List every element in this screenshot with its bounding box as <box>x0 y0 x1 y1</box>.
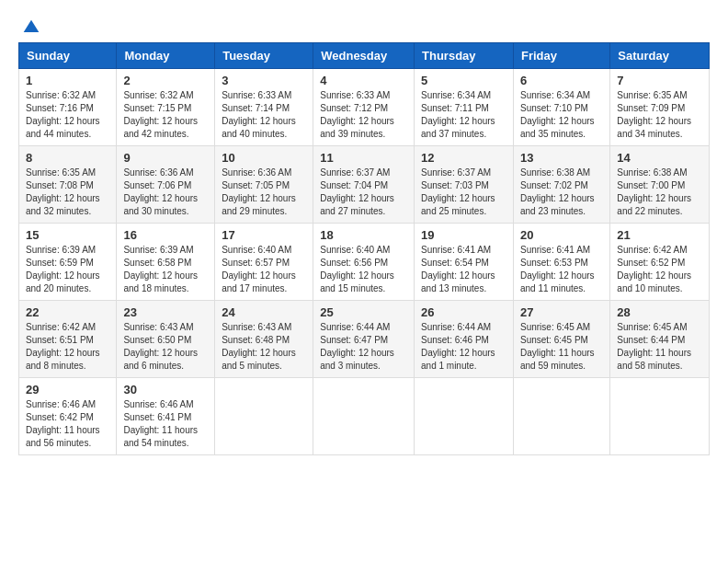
calendar-table: Sunday Monday Tuesday Wednesday Thursday… <box>18 42 710 455</box>
day-info: Sunrise: 6:44 AMSunset: 6:47 PMDaylight:… <box>320 321 407 373</box>
day-info: Sunrise: 6:35 AMSunset: 7:08 PMDaylight:… <box>26 167 109 218</box>
day-number: 29 <box>26 383 109 396</box>
day-info: Sunrise: 6:45 AMSunset: 6:45 PMDaylight:… <box>520 321 603 373</box>
table-row: 21 Sunrise: 6:42 AMSunset: 6:52 PMDaylig… <box>610 224 710 301</box>
day-number: 12 <box>421 151 506 165</box>
day-number: 21 <box>617 228 702 242</box>
table-row: 5 Sunrise: 6:34 AMSunset: 7:11 PMDayligh… <box>415 69 514 146</box>
header-thursday: Thursday <box>415 43 514 69</box>
day-number: 28 <box>617 305 702 319</box>
table-row: 3 Sunrise: 6:33 AMSunset: 7:14 PMDayligh… <box>215 69 313 146</box>
day-number: 19 <box>421 228 506 242</box>
table-row: 23 Sunrise: 6:43 AMSunset: 6:50 PMDaylig… <box>117 301 215 378</box>
table-row: 6 Sunrise: 6:34 AMSunset: 7:10 PMDayligh… <box>513 69 609 146</box>
header-sunday: Sunday <box>19 43 117 69</box>
day-info: Sunrise: 6:33 AMSunset: 7:12 PMDaylight:… <box>320 89 407 141</box>
header-wednesday: Wednesday <box>313 43 415 69</box>
calendar-row: 8 Sunrise: 6:35 AMSunset: 7:08 PMDayligh… <box>19 146 710 224</box>
table-row: 27 Sunrise: 6:45 AMSunset: 6:45 PMDaylig… <box>513 301 609 378</box>
table-row: 30 Sunrise: 6:46 AMSunset: 6:41 PMDaylig… <box>117 378 215 455</box>
table-row: 11 Sunrise: 6:37 AMSunset: 7:04 PMDaylig… <box>313 146 415 224</box>
day-number: 11 <box>320 151 407 165</box>
day-info: Sunrise: 6:34 AMSunset: 7:10 PMDaylight:… <box>520 89 603 141</box>
day-number: 13 <box>520 151 603 165</box>
day-info: Sunrise: 6:39 AMSunset: 6:59 PMDaylight:… <box>26 244 109 295</box>
day-number: 1 <box>26 74 109 87</box>
table-row: 22 Sunrise: 6:42 AMSunset: 6:51 PMDaylig… <box>19 301 117 378</box>
table-row: 14 Sunrise: 6:38 AMSunset: 7:00 PMDaylig… <box>610 146 710 224</box>
day-number: 26 <box>421 305 506 319</box>
day-info: Sunrise: 6:41 AMSunset: 6:54 PMDaylight:… <box>421 244 506 295</box>
header-monday: Monday <box>117 43 215 69</box>
table-row: 25 Sunrise: 6:44 AMSunset: 6:47 PMDaylig… <box>313 301 415 378</box>
table-row <box>415 378 514 455</box>
day-info: Sunrise: 6:46 AMSunset: 6:41 PMDaylight:… <box>123 398 208 450</box>
day-info: Sunrise: 6:42 AMSunset: 6:52 PMDaylight:… <box>617 244 702 295</box>
day-info: Sunrise: 6:45 AMSunset: 6:44 PMDaylight:… <box>617 321 702 373</box>
table-row: 18 Sunrise: 6:40 AMSunset: 6:56 PMDaylig… <box>313 224 415 301</box>
weekday-header-row: Sunday Monday Tuesday Wednesday Thursday… <box>19 43 710 69</box>
day-number: 14 <box>617 151 702 165</box>
day-info: Sunrise: 6:36 AMSunset: 7:05 PMDaylight:… <box>222 167 306 218</box>
day-number: 4 <box>320 74 407 87</box>
day-info: Sunrise: 6:37 AMSunset: 7:03 PMDaylight:… <box>421 167 506 218</box>
day-info: Sunrise: 6:39 AMSunset: 6:58 PMDaylight:… <box>123 244 208 295</box>
day-info: Sunrise: 6:43 AMSunset: 6:50 PMDaylight:… <box>123 321 208 373</box>
day-info: Sunrise: 6:36 AMSunset: 7:06 PMDaylight:… <box>123 167 208 218</box>
day-info: Sunrise: 6:40 AMSunset: 6:57 PMDaylight:… <box>222 244 306 295</box>
day-info: Sunrise: 6:37 AMSunset: 7:04 PMDaylight:… <box>320 167 407 218</box>
day-info: Sunrise: 6:38 AMSunset: 7:02 PMDaylight:… <box>520 167 603 218</box>
day-number: 18 <box>320 228 407 242</box>
day-info: Sunrise: 6:43 AMSunset: 6:48 PMDaylight:… <box>222 321 306 373</box>
table-row: 13 Sunrise: 6:38 AMSunset: 7:02 PMDaylig… <box>513 146 609 224</box>
table-row: 16 Sunrise: 6:39 AMSunset: 6:58 PMDaylig… <box>117 224 215 301</box>
table-row: 20 Sunrise: 6:41 AMSunset: 6:53 PMDaylig… <box>513 224 609 301</box>
day-number: 30 <box>123 383 208 396</box>
table-row: 10 Sunrise: 6:36 AMSunset: 7:05 PMDaylig… <box>215 146 313 224</box>
day-number: 20 <box>520 228 603 242</box>
day-number: 25 <box>320 305 407 319</box>
table-row: 8 Sunrise: 6:35 AMSunset: 7:08 PMDayligh… <box>19 146 117 224</box>
day-info: Sunrise: 6:32 AMSunset: 7:16 PMDaylight:… <box>26 89 109 141</box>
table-row: 15 Sunrise: 6:39 AMSunset: 6:59 PMDaylig… <box>19 224 117 301</box>
day-number: 24 <box>222 305 306 319</box>
day-number: 9 <box>123 151 208 165</box>
table-row: 2 Sunrise: 6:32 AMSunset: 7:15 PMDayligh… <box>117 69 215 146</box>
calendar-row: 29 Sunrise: 6:46 AMSunset: 6:42 PMDaylig… <box>19 378 710 455</box>
page-header <box>18 18 710 33</box>
table-row <box>313 378 415 455</box>
table-row <box>610 378 710 455</box>
table-row: 12 Sunrise: 6:37 AMSunset: 7:03 PMDaylig… <box>415 146 514 224</box>
svg-marker-0 <box>24 20 40 32</box>
day-number: 3 <box>222 74 306 87</box>
day-info: Sunrise: 6:38 AMSunset: 7:00 PMDaylight:… <box>617 167 702 218</box>
calendar-row: 1 Sunrise: 6:32 AMSunset: 7:16 PMDayligh… <box>19 69 710 146</box>
day-number: 23 <box>123 305 208 319</box>
table-row: 1 Sunrise: 6:32 AMSunset: 7:16 PMDayligh… <box>19 69 117 146</box>
logo-icon <box>22 18 40 37</box>
day-number: 17 <box>222 228 306 242</box>
logo <box>18 18 40 33</box>
day-info: Sunrise: 6:42 AMSunset: 6:51 PMDaylight:… <box>26 321 109 373</box>
table-row: 17 Sunrise: 6:40 AMSunset: 6:57 PMDaylig… <box>215 224 313 301</box>
day-number: 8 <box>26 151 109 165</box>
header-friday: Friday <box>513 43 609 69</box>
day-number: 6 <box>520 74 603 87</box>
day-number: 5 <box>421 74 506 87</box>
table-row: 19 Sunrise: 6:41 AMSunset: 6:54 PMDaylig… <box>415 224 514 301</box>
table-row: 9 Sunrise: 6:36 AMSunset: 7:06 PMDayligh… <box>117 146 215 224</box>
table-row: 7 Sunrise: 6:35 AMSunset: 7:09 PMDayligh… <box>610 69 710 146</box>
day-number: 16 <box>123 228 208 242</box>
table-row <box>513 378 609 455</box>
day-number: 27 <box>520 305 603 319</box>
day-number: 10 <box>222 151 306 165</box>
table-row: 24 Sunrise: 6:43 AMSunset: 6:48 PMDaylig… <box>215 301 313 378</box>
day-info: Sunrise: 6:35 AMSunset: 7:09 PMDaylight:… <box>617 89 702 141</box>
calendar-row: 15 Sunrise: 6:39 AMSunset: 6:59 PMDaylig… <box>19 224 710 301</box>
day-info: Sunrise: 6:44 AMSunset: 6:46 PMDaylight:… <box>421 321 506 373</box>
day-number: 7 <box>617 74 702 87</box>
day-number: 2 <box>123 74 208 87</box>
day-info: Sunrise: 6:34 AMSunset: 7:11 PMDaylight:… <box>421 89 506 141</box>
day-number: 15 <box>26 228 109 242</box>
table-row: 29 Sunrise: 6:46 AMSunset: 6:42 PMDaylig… <box>19 378 117 455</box>
